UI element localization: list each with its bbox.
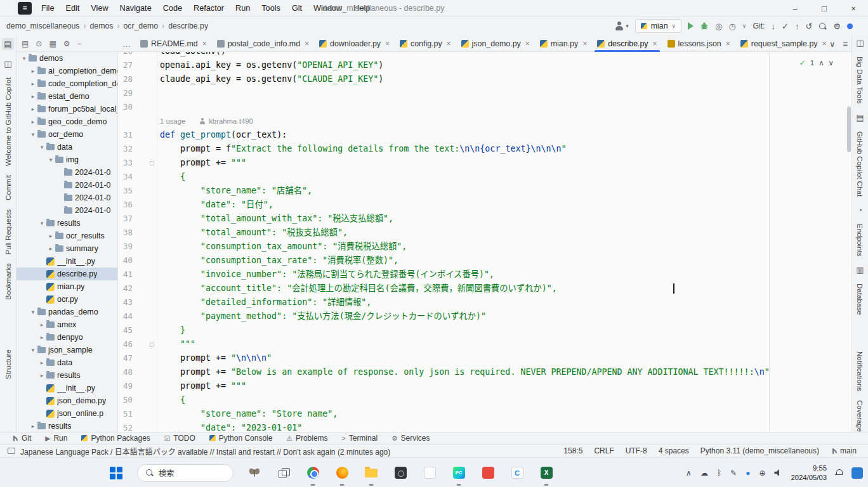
tab-close-icon[interactable]: × bbox=[726, 39, 730, 48]
menu-file[interactable]: File bbox=[36, 0, 60, 16]
encoding[interactable]: UTF-8 bbox=[626, 446, 647, 455]
profiler-icon[interactable]: ◷ bbox=[728, 22, 735, 31]
tray-expand-icon[interactable]: ∧ bbox=[686, 469, 692, 477]
line-number[interactable]: 38 bbox=[118, 226, 157, 240]
endpoints-icon[interactable]: ◔ bbox=[858, 205, 863, 215]
line-number[interactable]: 45 bbox=[118, 323, 157, 337]
toolwindow-git[interactable]: Git bbox=[11, 434, 31, 443]
chevron-icon[interactable]: ▸ bbox=[29, 106, 37, 112]
taskbar-clock[interactable]: 9:55 2024/05/03 bbox=[791, 464, 827, 482]
tool-big-data-tools[interactable]: Big Data Tools bbox=[856, 56, 864, 104]
taskbar-app-white-app[interactable] bbox=[421, 465, 438, 481]
layout-icon[interactable]: ◫ bbox=[856, 38, 864, 48]
tab-request-sample-py[interactable]: request_sample.py× bbox=[735, 36, 830, 52]
prev-problem-icon[interactable]: ∧ bbox=[819, 58, 824, 67]
history-icon[interactable]: ↺ bbox=[805, 22, 812, 30]
line-number[interactable]: 39 bbox=[118, 240, 157, 254]
start-button[interactable] bbox=[108, 465, 124, 481]
blue-app-icon[interactable] bbox=[852, 467, 863, 479]
tree-item-estat-demo[interactable]: ▸estat_demo bbox=[16, 90, 117, 103]
folders-icon[interactable]: ◫ bbox=[4, 59, 11, 68]
search-everywhere-icon[interactable] bbox=[819, 22, 827, 30]
tree-item-code-completion-de[interactable]: ▸code_completion_de bbox=[16, 77, 117, 90]
line-number[interactable]: 29 bbox=[118, 86, 157, 100]
tree-item-2024-01-0[interactable]: 2024-01-0 bbox=[16, 179, 117, 192]
tab-close-icon[interactable]: × bbox=[822, 39, 826, 48]
line-number[interactable]: 49 bbox=[118, 379, 157, 393]
tree-item-init-py[interactable]: __init__.py bbox=[16, 382, 117, 394]
tab-close-icon[interactable]: × bbox=[202, 39, 207, 48]
chevron-icon[interactable]: ▸ bbox=[38, 321, 46, 328]
tab-config-py[interactable]: config.py× bbox=[395, 36, 456, 52]
tab-readme-md[interactable]: README.md× bbox=[135, 36, 212, 52]
hide-panel-icon[interactable]: − bbox=[77, 39, 82, 48]
taskbar-app-firefox[interactable] bbox=[334, 465, 350, 481]
tool-notifications[interactable]: Notifications bbox=[856, 351, 864, 391]
tool-bookmarks[interactable]: Bookmarks bbox=[4, 263, 12, 300]
panel-settings-icon[interactable]: ⚙ bbox=[63, 39, 70, 48]
line-number[interactable]: 37 bbox=[118, 212, 157, 226]
taskbar-search[interactable]: 検索 bbox=[137, 464, 233, 482]
tab-describe-py[interactable]: describe.py× bbox=[592, 36, 662, 52]
menu-refactor[interactable]: Refactor bbox=[188, 0, 230, 16]
run-button[interactable] bbox=[688, 22, 694, 30]
tool-pull-requests[interactable]: Pull Requests bbox=[4, 209, 12, 255]
tab-close-icon[interactable]: × bbox=[653, 39, 657, 48]
chevron-icon[interactable]: ▾ bbox=[38, 144, 46, 150]
close-button[interactable]: × bbox=[839, 0, 868, 16]
tab-dropdown-icon[interactable]: ∨ bbox=[829, 39, 836, 49]
tab-postal-code-info-md[interactable]: postal_code_info.md× bbox=[212, 36, 314, 52]
chevron-icon[interactable]: ▸ bbox=[38, 334, 46, 341]
toolwindow-problems[interactable]: ⚠Problems bbox=[286, 434, 327, 443]
tree-item-ocr-py[interactable]: ocr.py bbox=[16, 293, 117, 306]
main-menu-icon[interactable]: ≡ bbox=[18, 2, 32, 15]
tab-json-demo-py[interactable]: json_demo.py× bbox=[456, 36, 535, 52]
editor-scrollbar[interactable] bbox=[847, 107, 851, 152]
inspection-widget[interactable]: ✓ 1 ∧ ∨ bbox=[799, 58, 834, 67]
line-number[interactable]: 43 bbox=[118, 295, 157, 309]
indent-style[interactable]: 4 spaces bbox=[659, 446, 689, 455]
settings-gear-icon[interactable]: ⚙ bbox=[833, 22, 841, 30]
tool-structure[interactable]: Structure bbox=[4, 349, 12, 379]
tool-endpoints[interactable]: Endpoints bbox=[856, 224, 864, 257]
tree-item-denpyo[interactable]: ▸denpyo bbox=[16, 331, 117, 344]
taskbar-app-excel[interactable]: X bbox=[538, 465, 555, 481]
tab-mian-py[interactable]: mian.py× bbox=[535, 36, 592, 52]
line-number[interactable]: 35 bbox=[118, 184, 157, 198]
tool-github-copilot-chat[interactable]: GitHub Copilot Chat bbox=[856, 131, 864, 197]
menu-run[interactable]: Run bbox=[230, 0, 256, 16]
tree-item-2024-01-0[interactable]: 2024-01-0 bbox=[16, 192, 117, 204]
tab-lessons-json[interactable]: lessons.json× bbox=[662, 36, 735, 52]
taskbar-app-pycharm[interactable]: PC bbox=[450, 465, 467, 481]
line-number[interactable]: 50 bbox=[118, 393, 157, 407]
line-number[interactable]: 44 bbox=[118, 309, 157, 323]
fold-marker[interactable] bbox=[150, 161, 154, 166]
onedrive-icon[interactable]: ☁ bbox=[700, 469, 708, 477]
git-update-icon[interactable]: ↓ bbox=[772, 22, 776, 30]
breadcrumb-item-demos[interactable]: demos bbox=[90, 22, 114, 30]
status-message[interactable]: Japanese Language Pack / 日本語言語パック availa… bbox=[20, 446, 390, 457]
toolwindow-todo[interactable]: ☑TODO bbox=[164, 434, 195, 443]
tree-item-data[interactable]: ▾data bbox=[16, 141, 117, 153]
breadcrumb-item-demo-miscellaneous[interactable]: demo_miscellaneous bbox=[6, 22, 80, 30]
chevron-icon[interactable]: ▸ bbox=[29, 68, 37, 74]
chevron-icon[interactable]: ▸ bbox=[47, 233, 55, 239]
folder-icon[interactable]: ▤ bbox=[856, 113, 864, 122]
menu-view[interactable]: View bbox=[85, 0, 114, 16]
tree-item-results[interactable]: ▾results bbox=[16, 217, 117, 230]
status-event-icon[interactable] bbox=[8, 448, 15, 454]
tree-item-mian-py[interactable]: mian.py bbox=[16, 280, 117, 293]
collapse-all-icon[interactable]: ▦ bbox=[49, 39, 56, 48]
next-problem-icon[interactable]: ∨ bbox=[829, 58, 834, 67]
run-config-selector[interactable]: mian ∨ bbox=[635, 19, 681, 33]
chevron-icon[interactable]: ▾ bbox=[29, 309, 37, 315]
taskbar-app-moth-app[interactable] bbox=[246, 465, 263, 481]
git-commit-icon[interactable]: ✓ bbox=[782, 22, 789, 30]
line-number[interactable]: 42 bbox=[118, 282, 157, 295]
menu-tools[interactable]: Tools bbox=[256, 0, 286, 16]
line-number[interactable]: 28 bbox=[118, 72, 157, 86]
git-push-icon[interactable]: ↑ bbox=[795, 22, 799, 30]
taskbar-app-file-explorer[interactable] bbox=[363, 465, 379, 481]
tree-item-init-py[interactable]: __init__.py bbox=[16, 255, 117, 268]
tree-item-json-demo-py[interactable]: json_demo.py bbox=[16, 394, 117, 407]
